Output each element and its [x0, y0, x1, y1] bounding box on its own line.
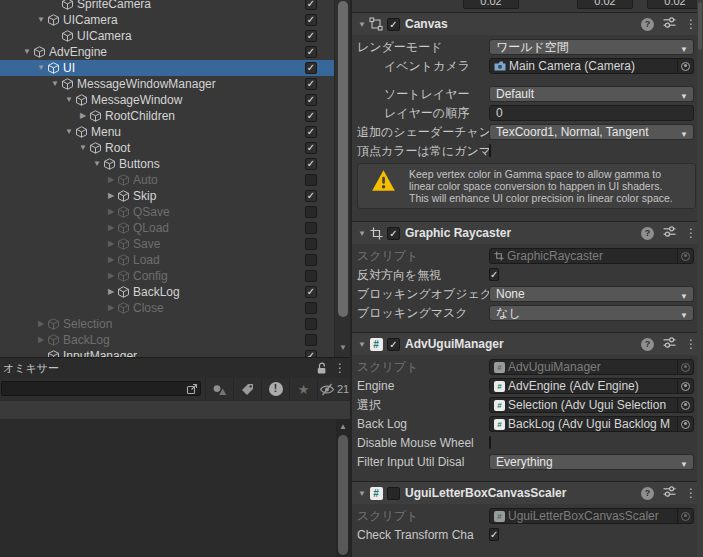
active-checkbox[interactable]: ✓	[305, 142, 317, 154]
kebab-icon[interactable]: ⋮	[685, 226, 697, 240]
active-checkbox[interactable]: ✓	[305, 30, 317, 42]
active-checkbox[interactable]	[305, 222, 317, 234]
hierarchy-row-uicamera[interactable]: UICamera✓	[0, 28, 334, 44]
active-checkbox[interactable]: ✓	[305, 286, 317, 298]
hierarchy-row-selection[interactable]: ▶Selection	[0, 316, 334, 332]
unlock-icon[interactable]	[316, 362, 328, 378]
component-header[interactable]: ▼✓Graphic Raycaster?⋮	[352, 222, 703, 244]
hierarchy-row-auto[interactable]: ▶Auto	[0, 172, 334, 188]
fold-collapsed-icon[interactable]: ▶	[105, 268, 117, 284]
presets-icon[interactable]	[663, 16, 676, 32]
help-icon[interactable]: ?	[641, 18, 654, 31]
presets-icon[interactable]	[663, 485, 676, 501]
fold-expanded-icon[interactable]: ▼	[49, 76, 61, 92]
active-checkbox[interactable]: ✓	[305, 78, 317, 90]
fold-expanded-icon[interactable]: ▼	[21, 44, 33, 60]
inspector-scrollbar[interactable]	[697, 0, 703, 557]
fold-expanded-icon[interactable]: ▼	[63, 124, 75, 140]
scroll-up-icon[interactable]: ▲	[336, 422, 350, 431]
dropdown-5[interactable]: Everything▼	[489, 454, 694, 470]
fold-collapsed-icon[interactable]: ▶	[105, 204, 117, 220]
dropdown-3[interactable]: なし▼	[489, 305, 694, 321]
fold-collapsed-icon[interactable]: ▶	[105, 252, 117, 268]
fold-expanded-icon[interactable]: ▼	[356, 489, 368, 498]
fold-collapsed-icon[interactable]: ▶	[105, 220, 117, 236]
hierarchy-row-root[interactable]: ▼Root✓	[0, 140, 334, 156]
help-icon[interactable]: ?	[641, 487, 654, 500]
hierarchy-row-ui[interactable]: ▼UI✓	[0, 60, 334, 76]
tab-menu-icon[interactable]: ⋮	[334, 358, 346, 378]
active-checkbox[interactable]: ✓	[305, 62, 317, 74]
help-icon[interactable]: ?	[641, 338, 654, 351]
fold-collapsed-icon[interactable]: ▶	[105, 172, 117, 188]
fold-collapsed-icon[interactable]: ▶	[105, 188, 117, 204]
component-enabled-checkbox[interactable]: ✓	[387, 338, 400, 351]
hierarchy-row-close[interactable]: ▶Close	[0, 300, 334, 316]
object-field[interactable]: #AdvUguiManager	[489, 359, 694, 375]
expand-search-icon[interactable]	[186, 383, 198, 398]
search-input[interactable]	[1, 381, 201, 396]
component-header[interactable]: ▼✓Canvas?⋮	[352, 13, 703, 35]
hierarchy-row-save[interactable]: ▶Save	[0, 236, 334, 252]
hierarchy-row-messagewindowmanager[interactable]: ▼MessageWindowManager✓	[0, 76, 334, 92]
text-input[interactable]: 0	[489, 105, 694, 121]
hierarchy-row-spritecamera[interactable]: SpriteCamera✓	[0, 0, 334, 12]
dropdown-0[interactable]: ワールド空間▼	[489, 39, 694, 55]
number-field[interactable]: 0.02	[463, 0, 519, 9]
object-picker-button[interactable]	[678, 382, 693, 391]
hierarchy-row-backlog[interactable]: ▶BackLog	[0, 332, 334, 348]
object-picker-button[interactable]	[678, 420, 693, 429]
checkbox[interactable]	[489, 144, 491, 157]
fold-collapsed-icon[interactable]: ▶	[77, 108, 89, 124]
kebab-icon[interactable]: ⋮	[685, 337, 697, 351]
filter-by-type-button[interactable]	[205, 378, 233, 400]
checkbox[interactable]	[489, 436, 491, 449]
active-checkbox[interactable]: ✓	[305, 126, 317, 138]
object-picker-button[interactable]	[678, 401, 693, 410]
active-checkbox[interactable]: ✓	[305, 46, 317, 58]
object-field[interactable]: Main Camera (Camera)	[489, 58, 694, 74]
fold-expanded-icon[interactable]: ▼	[77, 140, 89, 156]
active-checkbox[interactable]	[305, 334, 317, 346]
fold-expanded-icon[interactable]: ▼	[356, 229, 368, 238]
hierarchy-row-qload[interactable]: ▶QLoad	[0, 220, 334, 236]
active-checkbox[interactable]	[305, 318, 317, 330]
object-field[interactable]: #UguiLetterBoxCanvasScaler	[489, 508, 694, 524]
fold-collapsed-icon[interactable]: ▶	[35, 332, 47, 348]
scrollbar-thumb[interactable]	[698, 2, 702, 50]
fold-collapsed-icon[interactable]: ▶	[105, 236, 117, 252]
filter-by-label-button[interactable]	[233, 378, 261, 400]
hierarchy-row-skip[interactable]: ▶Skip✓	[0, 188, 334, 204]
scrollbar-thumb[interactable]	[338, 435, 348, 555]
dropdown-2[interactable]: None▼	[489, 286, 694, 302]
component-header[interactable]: ▼#✓AdvUguiManager?⋮	[352, 333, 703, 355]
active-checkbox[interactable]	[305, 302, 317, 314]
hierarchy-row-config[interactable]: ▶Config	[0, 268, 334, 284]
fold-expanded-icon[interactable]: ▼	[91, 156, 103, 172]
fold-expanded-icon[interactable]: ▼	[63, 92, 75, 108]
hierarchy-row-load[interactable]: ▶Load	[0, 252, 334, 268]
fold-expanded-icon[interactable]: ▼	[356, 340, 368, 349]
log-filter-button[interactable]: !	[261, 378, 289, 400]
fold-expanded-icon[interactable]: ▼	[356, 20, 368, 29]
active-checkbox[interactable]: ✓	[305, 158, 317, 170]
object-field[interactable]: #BackLog (Adv Ugui Backlog M	[489, 416, 694, 432]
number-field[interactable]: 0.02	[577, 0, 633, 9]
active-checkbox[interactable]: ✓	[305, 14, 317, 26]
active-checkbox[interactable]	[305, 174, 317, 186]
kebab-icon[interactable]: ⋮	[685, 17, 697, 31]
help-icon[interactable]: ?	[641, 227, 654, 240]
component-enabled-checkbox[interactable]: ✓	[387, 227, 400, 240]
hierarchy-row-rootchildren[interactable]: ▶RootChildren✓	[0, 108, 334, 124]
active-checkbox[interactable]: ✓	[305, 190, 317, 202]
object-picker-button[interactable]	[678, 62, 693, 71]
dropdown-3[interactable]: Default▼	[489, 86, 694, 102]
component-header[interactable]: ▼#UguiLetterBoxCanvasScaler?⋮	[352, 482, 703, 504]
fold-collapsed-icon[interactable]: ▶	[105, 284, 117, 300]
active-checkbox[interactable]: ✓	[305, 110, 317, 122]
favorite-search-button[interactable]: ★	[289, 378, 317, 400]
hierarchy-scrollbar[interactable]: ▼	[334, 0, 350, 357]
hierarchy-row-backlog[interactable]: ▶BackLog✓	[0, 284, 334, 300]
hierarchy-row-qsave[interactable]: ▶QSave	[0, 204, 334, 220]
object-field[interactable]: GraphicRaycaster	[489, 248, 694, 264]
